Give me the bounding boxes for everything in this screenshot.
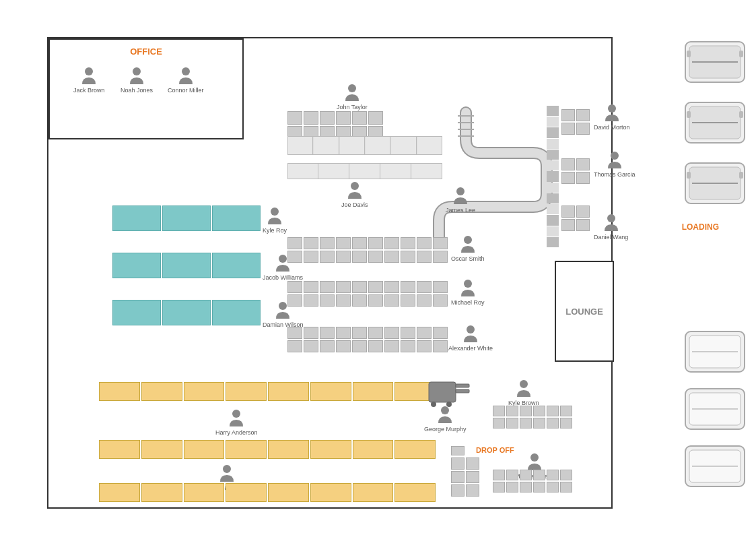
vehicle-4 [684, 330, 746, 374]
vehicle-svg [684, 162, 746, 205]
person-kyle-brown: Kyle Brown [508, 378, 539, 406]
gray-grid-michael [287, 281, 448, 307]
person-icon [79, 65, 98, 86]
wall-stripes [547, 106, 559, 247]
svg-point-19 [232, 410, 240, 418]
person-name: George Murphy [424, 426, 467, 433]
dropoff-single-box [451, 446, 465, 455]
svg-point-11 [611, 152, 619, 160]
svg-point-10 [608, 104, 616, 113]
gray-grid-right-1 [561, 109, 590, 135]
vehicle-5 [684, 387, 746, 431]
office-area: OFFICE Jack Brown Noah Jones [48, 38, 244, 139]
person-icon [603, 102, 621, 123]
person-name: Oscar Smith [451, 255, 485, 262]
person-michael-roy: Michael Roy [451, 278, 485, 306]
lounge-area: LOUNGE [555, 261, 614, 362]
person-name: Jacob Williams [263, 274, 303, 281]
person-name: Thomas Garcia [594, 171, 635, 178]
svg-rect-32 [687, 51, 691, 57]
forklift-icon [425, 379, 479, 409]
svg-rect-43 [739, 172, 743, 179]
svg-rect-24 [456, 389, 469, 393]
svg-point-17 [464, 280, 472, 288]
person-icon [451, 185, 470, 205]
person-icon [525, 451, 544, 472]
svg-point-15 [456, 187, 465, 195]
shelf-cell [212, 300, 261, 325]
person-james-lee: James Lee [446, 185, 475, 214]
gray-grid-right-3 [561, 205, 590, 231]
person-john-taylor: John Taylor [337, 82, 368, 110]
svg-point-28 [530, 453, 539, 462]
svg-point-18 [467, 325, 475, 334]
svg-point-27 [520, 380, 528, 388]
person-icon [127, 65, 146, 86]
person-icon [265, 205, 284, 226]
vehicle-1 [684, 40, 746, 84]
person-icon [217, 463, 236, 483]
dropoff-boxes [451, 457, 479, 497]
person-name: David Morton [594, 124, 630, 131]
person-name: Connor Miller [168, 87, 204, 94]
person-icon [605, 150, 624, 170]
svg-point-14 [351, 182, 359, 190]
person-oscar-smith: Oscar Smith [451, 234, 485, 262]
person-jack-brown: Jack Brown [73, 65, 105, 94]
svg-point-3 [271, 208, 279, 216]
svg-rect-42 [687, 172, 691, 179]
vehicle-2 [684, 101, 746, 145]
person-name: Harry Anderson [215, 429, 258, 436]
svg-point-4 [279, 255, 287, 263]
svg-rect-22 [429, 382, 456, 402]
person-icon [343, 82, 362, 102]
person-david-morton: David Morton [594, 102, 630, 131]
svg-point-16 [464, 236, 472, 244]
svg-point-2 [182, 67, 190, 75]
person-icon [176, 65, 195, 86]
svg-point-26 [446, 402, 452, 407]
person-name: Daniel Wang [594, 234, 628, 241]
person-name: Alexander White [448, 345, 493, 352]
vehicle-3 [684, 162, 746, 205]
blue-shelf-1 [112, 205, 261, 231]
svg-rect-38 [739, 111, 743, 118]
person-daniel-wang: Daniel Wang [594, 212, 628, 241]
svg-rect-37 [687, 111, 691, 118]
vehicle-svg [684, 445, 746, 488]
svg-point-20 [223, 465, 231, 473]
vehicle-svg [684, 330, 746, 374]
person-name: John Taylor [337, 104, 368, 110]
gray-grid-kyle-brown-2 [520, 406, 572, 429]
svg-point-13 [348, 84, 356, 92]
svg-point-25 [431, 402, 436, 407]
person-alexander-white: Alexander White [448, 323, 493, 352]
person-name: Kyle Roy [263, 227, 287, 234]
svg-rect-33 [739, 51, 743, 57]
conveyor-top [287, 136, 442, 155]
lounge-label: LOUNGE [565, 307, 603, 317]
vehicle-svg [684, 101, 746, 145]
loading-label: LOADING [682, 222, 719, 232]
vehicle-svg [684, 387, 746, 431]
yellow-shelf-ethan-bottom [99, 483, 436, 502]
shelf-cell [162, 205, 211, 231]
person-joe-davis: Joe Davis [341, 180, 368, 208]
svg-point-1 [133, 67, 141, 75]
yellow-shelf-harry [99, 382, 436, 401]
person-thomas-garcia: Thomas Garcia [594, 150, 635, 178]
person-icon [458, 234, 477, 254]
main-floor-area: OFFICE Jack Brown Noah Jones [47, 37, 613, 509]
shelf-row-empty [287, 163, 442, 179]
shelf-cell [112, 205, 161, 231]
svg-point-5 [279, 302, 287, 310]
dropoff-label: DROP OFF [476, 446, 514, 454]
person-name: James Lee [446, 207, 475, 214]
person-harry-anderson: Harry Anderson [215, 408, 258, 436]
person-connor-miller: Connor Miller [168, 65, 204, 94]
person-icon [461, 323, 480, 344]
floor-plan: OFFICE Jack Brown Noah Jones [0, 0, 756, 539]
yellow-shelf-ethan-top [99, 440, 436, 459]
shelf-cell [112, 253, 161, 278]
blue-shelf-2 [112, 253, 261, 278]
